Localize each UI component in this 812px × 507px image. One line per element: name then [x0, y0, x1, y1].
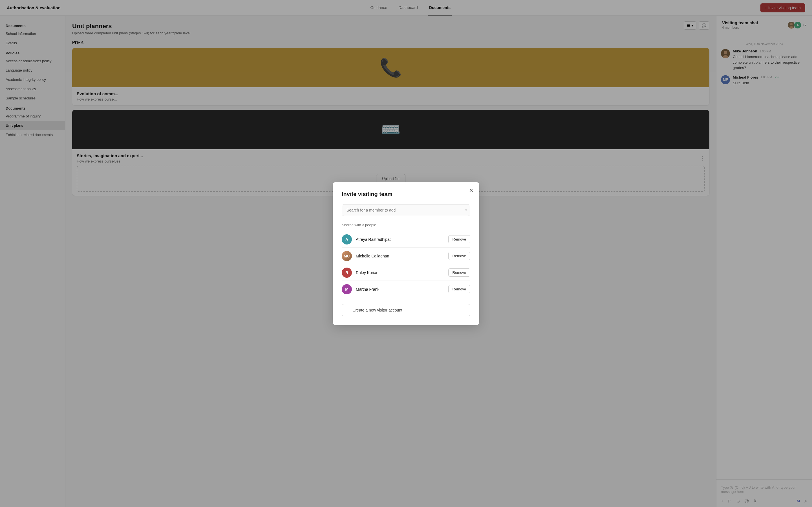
- member-name-raley: Raley Kurian: [356, 270, 448, 275]
- member-row-raley: R Raley Kurian Remove: [342, 265, 470, 281]
- search-chevron-icon: ▾: [465, 208, 467, 212]
- remove-button-raley[interactable]: Remove: [448, 269, 470, 277]
- shared-with-label: Shared with 3 people: [342, 223, 470, 227]
- member-name-michelle: Michelle Callaghan: [356, 254, 448, 258]
- modal-overlay[interactable]: Invite visiting team ✕ ▾ Shared with 3 p…: [0, 0, 812, 507]
- create-visitor-label: Create a new visitor account: [352, 308, 402, 313]
- member-name-martha: Martha Frank: [356, 287, 448, 291]
- plus-icon: +: [348, 307, 350, 313]
- member-row-martha: M Martha Frank Remove: [342, 281, 470, 297]
- member-row-michelle: MC Michelle Callaghan Remove: [342, 248, 470, 264]
- remove-button-atreya[interactable]: Remove: [448, 235, 470, 243]
- modal-title: Invite visiting team: [342, 191, 470, 198]
- member-row-atreya: A Atreya Rastradhipati Remove: [342, 231, 470, 247]
- member-avatar-raley: R: [342, 268, 352, 278]
- create-visitor-button[interactable]: + Create a new visitor account: [342, 304, 470, 316]
- search-dropdown: ▾: [342, 204, 470, 216]
- invite-modal: Invite visiting team ✕ ▾ Shared with 3 p…: [333, 182, 479, 325]
- modal-close-button[interactable]: ✕: [469, 187, 474, 193]
- remove-button-martha[interactable]: Remove: [448, 285, 470, 293]
- remove-button-michelle[interactable]: Remove: [448, 252, 470, 260]
- member-avatar-michelle: MC: [342, 251, 352, 261]
- member-avatar-martha: M: [342, 284, 352, 294]
- member-avatar-atreya: A: [342, 234, 352, 244]
- search-member-input[interactable]: [342, 204, 470, 216]
- member-name-atreya: Atreya Rastradhipati: [356, 237, 448, 242]
- member-list: A Atreya Rastradhipati Remove MC Michell…: [342, 231, 470, 297]
